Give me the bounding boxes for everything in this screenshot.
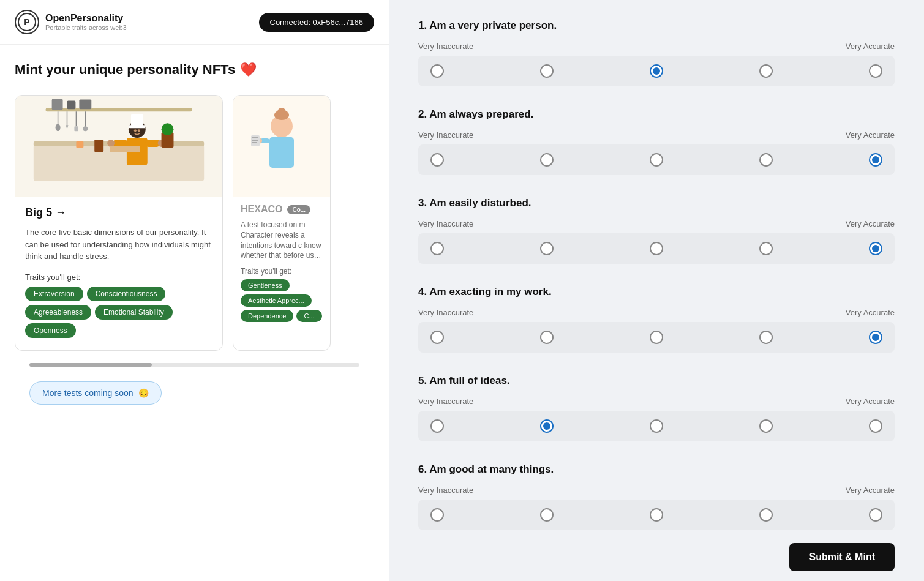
submit-mint-button[interactable]: Submit & Mint bbox=[789, 543, 895, 571]
svg-rect-7 bbox=[67, 100, 76, 109]
big5-card-body: Big 5 → The core five basic dimensions o… bbox=[15, 197, 222, 350]
hexaco-card[interactable]: HEXACO Co... A test focused on m Charact… bbox=[233, 95, 331, 351]
radio-option-1-4[interactable] bbox=[759, 64, 773, 78]
trait-extraversion: Extraversion bbox=[25, 287, 83, 301]
radio-option-4-2[interactable] bbox=[540, 331, 554, 344]
scale-left-3: Very Inaccurate bbox=[418, 219, 473, 228]
question-3: 3. Am easily disturbed. Very Inaccurate … bbox=[418, 197, 895, 264]
big5-card[interactable]: Big 5 → The core five basic dimensions o… bbox=[15, 95, 223, 351]
more-tests-badge[interactable]: More tests coming soon 😊 bbox=[29, 381, 162, 405]
trait-emotional-stability: Emotional Stability bbox=[95, 305, 173, 320]
question-1-title: 1. Am a very private person. bbox=[418, 20, 895, 32]
radio-option-1-3[interactable] bbox=[650, 64, 663, 78]
logo-area: P OpenPersonality Portable traits across… bbox=[15, 10, 127, 34]
radio-option-4-3[interactable] bbox=[650, 331, 663, 344]
question-1: 1. Am a very private person. Very Inaccu… bbox=[418, 20, 895, 86]
trait-openness: Openness bbox=[25, 323, 76, 338]
radio-option-1-5[interactable] bbox=[869, 64, 882, 78]
svg-point-25 bbox=[138, 129, 140, 132]
radio-option-3-5[interactable] bbox=[869, 242, 882, 255]
svg-rect-40 bbox=[252, 140, 258, 141]
svg-text:P: P bbox=[24, 17, 29, 27]
question-5: 5. Am full of ideas. Very Inaccurate Ver… bbox=[418, 375, 895, 441]
header: P OpenPersonality Portable traits across… bbox=[0, 0, 389, 45]
svg-rect-17 bbox=[131, 114, 143, 126]
hexaco-trait-c: C... bbox=[296, 310, 321, 322]
hexaco-card-image bbox=[233, 96, 330, 197]
hexaco-trait-aesthetic: Aesthetic Apprec... bbox=[241, 294, 312, 307]
radio-row-4 bbox=[418, 322, 895, 353]
cards-row: Big 5 → The core five basic dimensions o… bbox=[15, 95, 374, 351]
radio-option-5-1[interactable] bbox=[430, 419, 444, 433]
question-4: 4. Am exacting in my work. Very Inaccura… bbox=[418, 286, 895, 353]
radio-option-5-3[interactable] bbox=[650, 419, 663, 433]
radio-option-5-4[interactable] bbox=[759, 419, 773, 433]
svg-point-34 bbox=[277, 108, 286, 116]
scale-left-2: Very Inaccurate bbox=[418, 130, 473, 140]
svg-point-15 bbox=[83, 126, 88, 131]
radio-option-1-2[interactable] bbox=[540, 64, 554, 78]
radio-option-1-1[interactable] bbox=[430, 64, 444, 78]
radio-option-2-1[interactable] bbox=[430, 153, 444, 167]
radio-option-4-4[interactable] bbox=[759, 331, 773, 344]
question-4-title: 4. Am exacting in my work. bbox=[418, 286, 895, 298]
logo-subtitle: Portable traits across web3 bbox=[45, 24, 127, 31]
question-6-title: 6. Am good at many things. bbox=[418, 463, 895, 476]
radio-option-3-1[interactable] bbox=[430, 242, 444, 255]
trait-conscientiousness: Conscientiousness bbox=[87, 287, 166, 301]
svg-rect-29 bbox=[76, 141, 83, 148]
radio-option-6-1[interactable] bbox=[430, 508, 444, 522]
radio-option-6-2[interactable] bbox=[540, 508, 554, 522]
scale-right-2: Very Accurate bbox=[846, 130, 895, 140]
svg-rect-6 bbox=[52, 99, 63, 110]
question-3-title: 3. Am easily disturbed. bbox=[418, 197, 895, 209]
left-panel: P OpenPersonality Portable traits across… bbox=[0, 0, 389, 581]
hexaco-card-body: HEXACO Co... A test focused on m Charact… bbox=[233, 197, 330, 329]
radio-option-6-5[interactable] bbox=[869, 508, 882, 522]
scale-right-6: Very Accurate bbox=[846, 485, 895, 495]
hexaco-trait-gentleness: Gentleness bbox=[241, 279, 290, 291]
question-2: 2. Am always prepared. Very Inaccurate V… bbox=[418, 108, 895, 175]
svg-rect-18 bbox=[129, 125, 145, 128]
svg-rect-35 bbox=[269, 137, 294, 168]
page-title: Mint your unique personality NFTs ❤️ bbox=[15, 62, 374, 78]
radio-option-3-3[interactable] bbox=[650, 242, 663, 255]
radio-option-3-2[interactable] bbox=[540, 242, 554, 255]
right-panel: 1. Am a very private person. Very Inaccu… bbox=[389, 0, 924, 581]
radio-option-2-2[interactable] bbox=[540, 153, 554, 167]
svg-rect-8 bbox=[79, 99, 91, 109]
radio-option-5-5[interactable] bbox=[869, 419, 882, 433]
logo-text-area: OpenPersonality Portable traits across w… bbox=[45, 13, 127, 31]
radio-option-4-5[interactable] bbox=[869, 331, 882, 344]
radio-row-3 bbox=[418, 233, 895, 264]
big5-card-description: The core five basic dimensions of our pe… bbox=[25, 227, 212, 263]
radio-option-6-3[interactable] bbox=[650, 508, 663, 522]
radio-option-2-4[interactable] bbox=[759, 153, 773, 167]
radio-option-5-2[interactable] bbox=[540, 419, 554, 433]
radio-option-3-4[interactable] bbox=[759, 242, 773, 255]
submit-bar: Submit & Mint bbox=[389, 533, 924, 581]
radio-option-6-4[interactable] bbox=[759, 508, 773, 522]
logo-icon: P bbox=[15, 10, 39, 34]
radio-option-2-5[interactable] bbox=[869, 153, 882, 167]
svg-point-10 bbox=[56, 124, 61, 131]
radio-option-2-3[interactable] bbox=[650, 153, 663, 167]
card-scroll-thumb bbox=[29, 363, 152, 367]
scale-left-6: Very Inaccurate bbox=[418, 485, 473, 495]
big5-card-image bbox=[15, 96, 222, 197]
big5-traits-label: Traits you'll get: bbox=[25, 272, 212, 282]
scale-left-5: Very Inaccurate bbox=[418, 397, 473, 406]
radio-option-4-1[interactable] bbox=[430, 331, 444, 344]
radio-row-1 bbox=[418, 56, 895, 86]
svg-rect-28 bbox=[94, 140, 103, 152]
hexaco-card-title: HEXACO Co... bbox=[241, 204, 323, 215]
big5-traits-list: Extraversion Conscientiousness Agreeable… bbox=[25, 287, 212, 338]
left-content: Mint your unique personality NFTs ❤️ bbox=[0, 45, 389, 581]
svg-rect-30 bbox=[110, 146, 140, 152]
hexaco-card-description: A test focused on m Character reveals a … bbox=[241, 220, 323, 261]
radio-row-6 bbox=[418, 500, 895, 530]
question-6: 6. Am good at many things. Very Inaccura… bbox=[418, 463, 895, 530]
card-scroll-track bbox=[29, 363, 359, 367]
svg-rect-13 bbox=[74, 126, 78, 131]
svg-point-24 bbox=[134, 129, 137, 132]
